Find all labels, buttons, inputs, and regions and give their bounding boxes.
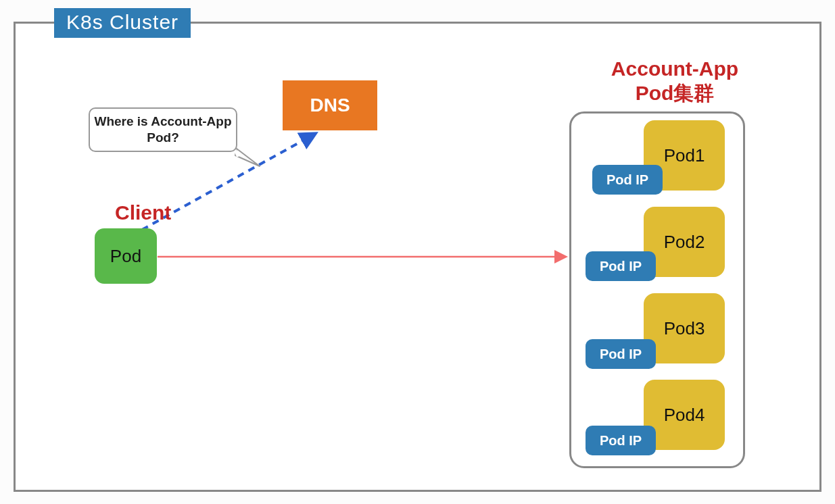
pod-ip-2: Pod IP bbox=[586, 251, 656, 281]
pod-box-3: Pod3 bbox=[644, 293, 725, 363]
group-title-line1: Account-App bbox=[611, 57, 738, 80]
client-pod: Pod bbox=[95, 228, 157, 284]
client-label: Client bbox=[115, 201, 171, 224]
pod-ip-1: Pod IP bbox=[592, 165, 663, 195]
pod-group-title: Account-App Pod集群 bbox=[567, 57, 783, 105]
pod-ip-4: Pod IP bbox=[586, 426, 656, 455]
dns-box: DNS bbox=[283, 80, 377, 130]
pod-box-2: Pod2 bbox=[644, 207, 725, 277]
group-title-line2: Pod集群 bbox=[636, 82, 715, 104]
pod-box-4: Pod4 bbox=[644, 380, 725, 450]
speech-bubble: Where is Account-App Pod? bbox=[89, 107, 237, 152]
cluster-label: K8s Cluster bbox=[54, 8, 191, 38]
pod-ip-3: Pod IP bbox=[586, 339, 656, 369]
speech-text: Where is Account-App Pod? bbox=[90, 114, 236, 146]
